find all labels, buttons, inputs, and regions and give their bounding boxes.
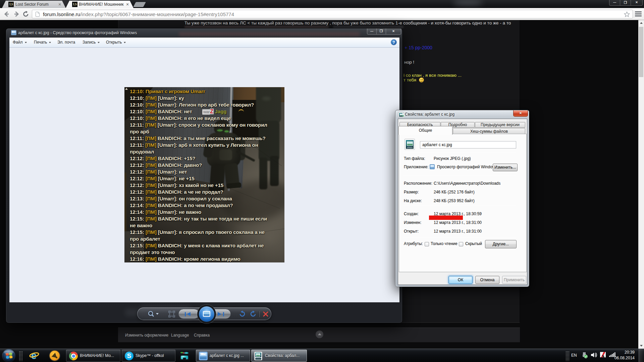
rotate-clockwise-icon[interactable] — [249, 310, 257, 318]
scrollbar-down-arrow[interactable] — [638, 343, 644, 349]
taskbar-button-photo-viewer[interactable]: арбалет с кс.jpg ... — [196, 350, 250, 362]
taskbar-app-icon[interactable] — [180, 351, 189, 360]
filename-input[interactable]: арбалет с кс.jpg — [420, 141, 516, 148]
menu-burn[interactable]: Запись — [83, 40, 100, 45]
other-attributes-button[interactable]: Другие... — [485, 240, 517, 248]
tab-vnimanie-moshennik[interactable]: LS ВНИМАНИЕ! Мошенник ✕ — [66, 1, 133, 8]
cancel-button[interactable]: Отмена — [475, 276, 499, 284]
taskbar-button-skype[interactable]: S Skype™ - offkol — [122, 350, 175, 362]
menu-open[interactable]: Открыть — [106, 40, 126, 45]
maximize-button[interactable]: ❐ — [377, 28, 386, 34]
language-indicator[interactable]: EN — [571, 353, 577, 358]
general-tab-page: JPEG арбалет с кс.jpg Тип файла: Рисунок… — [399, 134, 527, 272]
scroll-to-top-button[interactable] — [316, 330, 323, 338]
chat-segment: 12:12: — [130, 182, 146, 188]
menu-email[interactable]: Эл. почта — [57, 40, 75, 45]
ok-button[interactable]: ОК — [448, 276, 473, 284]
taskbar-button-chrome[interactable]: ВНИМАНИЕ! Мо... — [66, 350, 120, 362]
chat-segment: [Umarr]: арб я хотел купить у Легиона он — [156, 142, 258, 148]
row-label: Изменен: — [404, 220, 421, 225]
minimize-button[interactable]: — — [609, 0, 620, 5]
app-icon-part — [184, 352, 189, 354]
chat-segment: BANDICH: кроме легиона видимо — [157, 256, 240, 262]
viewer-window-controls: — ❐ ✕ — [367, 28, 401, 35]
chat-segment: [ПМ] — [146, 182, 157, 188]
forward-icon[interactable] — [13, 10, 20, 18]
chat-segment: BANDICH: а ты мне рассказать не можешь? — [156, 135, 266, 141]
close-button[interactable]: ✕ — [513, 110, 528, 117]
address-bar[interactable]: forum.lsonline.ru/index.php?/topic/6067-… — [32, 10, 633, 18]
page-icon[interactable] — [36, 12, 40, 17]
icon-band-part — [255, 358, 261, 360]
fit-to-window-icon[interactable] — [168, 311, 175, 317]
tab-close-icon[interactable]: ✕ — [58, 2, 62, 6]
help-icon[interactable]: ? — [391, 39, 397, 45]
separator — [403, 176, 516, 176]
tab-title: Lost Sector Forum — [15, 2, 56, 7]
tab-close-icon[interactable]: ✕ — [125, 2, 129, 6]
page-scrollbar[interactable] — [638, 20, 644, 349]
previous-image-button[interactable] — [178, 309, 199, 319]
browser-menu-icon[interactable] — [635, 11, 642, 17]
taskbar-button-properties[interactable]: Свойства: арбал... — [251, 350, 307, 362]
play-slideshow-button[interactable] — [197, 305, 216, 323]
internet-explorer-icon[interactable]: e — [29, 350, 40, 361]
chat-segment: 12:10: — [130, 109, 146, 114]
chat-line: про арбалет — [130, 236, 284, 242]
close-button[interactable]: ✕ — [386, 28, 401, 34]
show-desktop-button[interactable] — [639, 349, 644, 362]
jpeg-file-icon — [398, 112, 404, 117]
taskbar-clock[interactable]: 20:3906.08.2014 — [612, 350, 635, 361]
separator — [403, 205, 516, 206]
scrollbar-thumb[interactable] — [639, 27, 643, 77]
readonly-checkbox[interactable] — [425, 242, 429, 246]
menu-label: Эл. почта — [57, 40, 75, 45]
chat-line: 12:11: [ПМ] BANDICH: а ты мне рассказать… — [130, 135, 284, 142]
bookmark-star-icon[interactable] — [624, 11, 630, 17]
apply-button[interactable]: Применить — [502, 276, 526, 284]
browser-tab-strip: LS Lost Sector Forum ✕ LS ВНИМАНИЕ! Моше… — [0, 0, 644, 8]
menu-bar-line — [635, 15, 642, 16]
chat-line: 12:14: [ПМ] BANDICH: а по чем продавал? — [130, 202, 284, 209]
chat-segment: 12:13: — [130, 196, 146, 201]
close-button[interactable]: ✕ — [631, 0, 642, 5]
volume-icon[interactable] — [590, 352, 598, 358]
delete-icon[interactable] — [262, 311, 269, 317]
menu-print[interactable]: Печать — [34, 40, 51, 45]
footer-link-language[interactable]: Language — [171, 333, 189, 338]
refresh-icon[interactable] — [22, 10, 30, 18]
url-text[interactable]: forum.lsonline.ru/index.php?/topic/6067-… — [43, 11, 234, 17]
start-button[interactable] — [2, 349, 15, 362]
hidden-checkbox[interactable] — [459, 242, 463, 246]
footer-link-help[interactable]: Справка — [194, 333, 210, 338]
separator — [403, 237, 516, 238]
aimp-player-icon[interactable] — [50, 351, 60, 361]
chat-segment: BANDICH: я его не видел еще — [157, 115, 231, 121]
scrollbar-up-arrow[interactable] — [638, 20, 644, 26]
dialog-tab[interactable]: Предыдущие версии — [475, 122, 525, 128]
tab-lost-sector-forum[interactable]: LS Lost Sector Forum ✕ — [2, 1, 66, 8]
tab-general[interactable]: Общие — [398, 126, 452, 135]
chat-segment: 12:16: — [130, 256, 146, 262]
change-app-button[interactable]: Изменить... — [493, 164, 518, 171]
windows-flag-icon — [6, 356, 9, 359]
chat-segment: [ПМ] — [146, 95, 157, 101]
chat-segment: [ПМ] — [146, 229, 157, 235]
restore-button[interactable]: ❐ — [620, 0, 631, 5]
new-tab-button[interactable] — [133, 2, 146, 7]
smiley-icon — [419, 77, 424, 82]
back-icon[interactable] — [3, 10, 10, 18]
minimize-button[interactable]: — — [367, 28, 377, 34]
kaspersky-icon[interactable] — [600, 352, 606, 358]
footer-link-theme[interactable]: Изменить оформление — [125, 333, 168, 338]
usb-device-icon[interactable] — [581, 352, 588, 358]
chat-line: 12:15: [ПМ] [Umarr]: я спросил про твоег… — [130, 229, 284, 236]
menu-file[interactable]: Файл — [13, 40, 27, 45]
rotate-counterclockwise-icon[interactable] — [238, 310, 246, 318]
zoom-icon[interactable] — [148, 310, 155, 318]
chat-line: 12:10: [ПМ] [Umarr]: ку — [130, 95, 284, 102]
chat-line: 12:12: [ПМ] [Umarr]: хз какой но не +15 — [130, 182, 284, 189]
row-label: Тип файла: — [404, 156, 425, 161]
forum-link-fragment[interactable]: + 15 pp-2000 — [405, 45, 432, 50]
zoom-dropdown-arrow-icon[interactable] — [156, 313, 159, 315]
